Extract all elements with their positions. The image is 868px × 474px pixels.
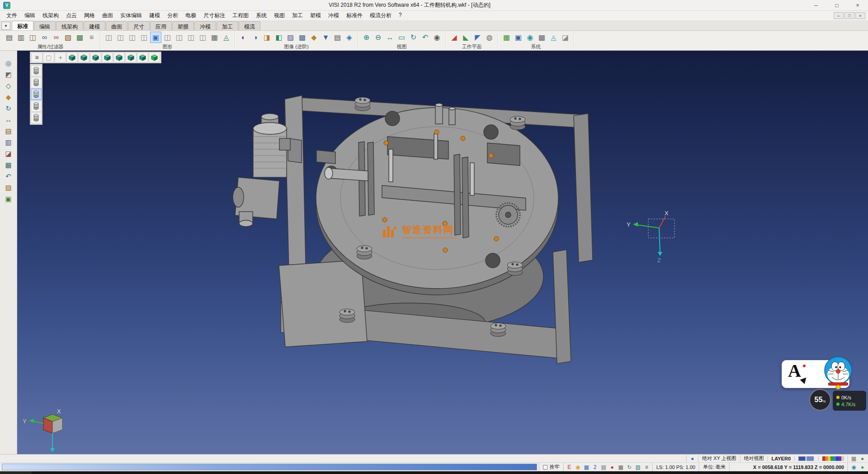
cad-model-canvas[interactable]: X Y Z X Y [17,51,868,454]
layer-two-icon[interactable]: 2 [591,464,599,470]
rotate-view-icon[interactable]: ↻ [408,32,419,43]
fit-view-icon[interactable]: ▭ [396,32,407,43]
tab-2[interactable]: 线架构 [56,21,83,30]
system-monitor-icon[interactable]: ▣ [513,32,524,43]
print-preview-icon[interactable]: ▥ [15,32,27,43]
mdi-close-button[interactable]: × [855,12,865,19]
menu-item-8[interactable]: 分析 [164,11,182,20]
wireframe-view-icon[interactable]: ◑ [250,32,261,43]
tab-5[interactable]: 尺寸 [128,21,150,30]
top-view-icon[interactable] [78,52,90,62]
entity-test-icon[interactable]: ◬ [221,32,232,43]
menu-item-15[interactable]: 塑模 [307,11,325,20]
move-entity-icon[interactable]: ↔ [3,114,14,125]
select-mode-icon[interactable]: ≡ [643,464,651,470]
clipboard-open-icon[interactable]: ◫ [115,32,126,43]
menu-item-12[interactable]: 系统 [252,11,270,20]
cylinder-tool-3-icon[interactable] [31,89,42,100]
menu-item-4[interactable]: 网格 [80,11,99,20]
menu-item-5[interactable]: 曲面 [99,11,117,20]
unlink-attributes-icon[interactable]: ∞ [51,32,62,43]
front-view-icon[interactable] [90,52,101,62]
sketch-icon[interactable]: ◆ [308,32,320,43]
menu-item-13[interactable]: 视图 [270,11,288,20]
units-cell[interactable]: 单位: 毫米 [699,463,729,471]
start-button-sliver[interactable] [0,471,32,474]
selection-filter-icon[interactable]: ▩ [74,32,85,43]
status-info-icon[interactable]: ● [689,455,696,462]
close-button[interactable]: × [847,0,868,10]
system-matrix-icon[interactable]: ▩ [536,32,547,43]
active-graphics-icon[interactable]: ▣ [150,32,161,43]
transparency-icon[interactable]: ▨ [285,32,296,43]
left-view-icon[interactable] [113,52,125,62]
mdi-minimize-button[interactable]: ─ [834,12,844,19]
cylinder-tool-1-icon[interactable] [31,65,42,76]
highlight-edges-icon[interactable]: ▩ [297,32,308,43]
tab-3[interactable]: 建模 [84,21,105,30]
zoom-out-icon[interactable]: ⊖ [373,32,384,43]
tab-10[interactable]: 模流 [239,21,260,30]
color-swatch[interactable] [807,456,814,461]
workplane-align-icon[interactable]: ◤ [472,32,483,43]
dynamic-rotate-icon[interactable] [149,52,160,62]
progress-circle[interactable]: 55 % [809,389,831,411]
notebook-icon[interactable]: ▥ [3,137,14,147]
viewport-menu-icon[interactable]: ≡ [31,52,42,62]
tab-6[interactable]: 应用 [150,21,172,30]
menu-item-3[interactable]: 点云 [62,11,80,20]
measure-icon[interactable]: ◇ [3,81,14,91]
render-icon[interactable]: ◨ [261,32,273,43]
minimize-button[interactable]: ─ [806,0,826,10]
previous-view-icon[interactable]: ↶ [420,32,431,43]
grid-status-icon[interactable]: ▦ [850,455,858,462]
sheet-icon[interactable]: ▤ [600,464,608,470]
gps-icon[interactable]: ● [859,464,866,470]
mdi-restore-button[interactable]: □ [844,12,854,19]
system-snowflake-icon[interactable]: ◬ [548,32,559,43]
grid-icon[interactable]: ▦ [3,160,14,170]
snap-icon[interactable]: ◎ [3,58,14,68]
maximize-button[interactable]: □ [826,0,847,10]
shaded-view-icon[interactable]: ◐ [238,32,249,43]
attribute-filter-icon[interactable]: ▧ [62,32,74,43]
visual-filter-icon[interactable]: ▼ [320,32,331,43]
link-attributes-icon[interactable]: ∞ [39,32,50,43]
draw-icon[interactable]: ◆ [3,92,14,102]
undo-icon[interactable]: ↶ [3,171,14,181]
bottom-view-icon[interactable] [137,52,148,62]
menu-item-0[interactable]: 文件 [3,11,21,20]
tab-8[interactable]: 冲模 [194,21,216,30]
cylinder-tool-5-icon[interactable] [31,112,42,123]
system-display-icon[interactable]: ◪ [560,32,571,43]
menu-item-19[interactable]: ? [395,11,406,20]
workplane-xy-icon[interactable]: ◢ [448,32,460,43]
menu-item-10[interactable]: 尺寸标注 [200,11,229,20]
overlay-card[interactable]: A [782,360,849,388]
print-icon[interactable]: ▤ [4,32,15,43]
tab-0[interactable]: 标准 [12,21,33,30]
system-globe-icon[interactable]: ◉ [524,32,536,43]
refresh-icon[interactable]: ↻ [626,464,633,470]
group-entities-icon[interactable]: ◫ [197,32,208,43]
rotate-entity-icon[interactable]: ↻ [3,103,14,114]
workplane-settings-icon[interactable]: ◍ [484,32,495,43]
view-mode-cell[interactable]: 绝对 XY 上视图 [698,455,740,462]
color-palette-icon[interactable]: ▦ [583,464,590,470]
menu-item-14[interactable]: 加工 [288,11,307,20]
view-camera-icon[interactable]: ◉ [431,32,443,43]
trim-icon[interactable]: ◩ [3,69,14,80]
menu-item-11[interactable]: 工程图 [229,11,252,20]
viewport-3d[interactable]: X Y Z X Y ≡▢+ 智造资料网 [17,51,868,454]
hide-entities-icon[interactable]: ◫ [162,32,173,43]
saved-views-icon[interactable]: ▣ [3,194,14,204]
scale-cell[interactable]: LS: 1.00 PS: 1.00 [652,463,699,471]
copy-attributes-icon[interactable]: ◫ [27,32,38,43]
blank-view-icon[interactable]: ▢ [43,52,54,62]
iso-view-icon[interactable] [66,52,78,62]
filter-settings-icon[interactable]: ≡ [86,32,97,43]
back-view-icon[interactable] [125,52,137,62]
cylinder-tool-2-icon[interactable] [31,77,42,88]
paste-wireframe-icon[interactable]: ◫ [127,32,138,43]
menu-item-6[interactable]: 实体编辑 [117,11,146,20]
